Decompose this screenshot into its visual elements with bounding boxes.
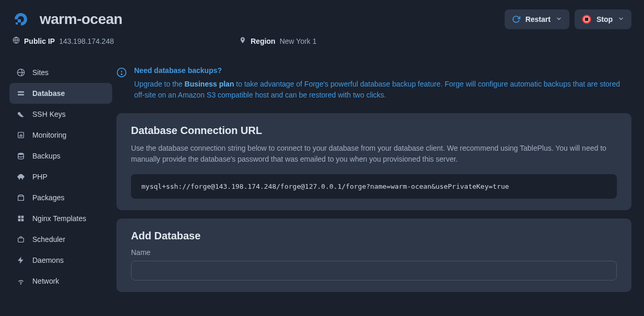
sidebar-item-scheduler[interactable]: Scheduler bbox=[9, 229, 112, 250]
svg-rect-0 bbox=[18, 19, 21, 22]
svg-point-21 bbox=[121, 74, 122, 75]
sidebar-item-label: Monitoring bbox=[32, 131, 66, 139]
bolt-icon bbox=[17, 256, 25, 264]
box-icon bbox=[17, 193, 25, 202]
db-name-input[interactable] bbox=[131, 261, 617, 281]
sidebar-item-label: SSH Keys bbox=[32, 110, 66, 118]
db-name-label: Name bbox=[131, 248, 617, 257]
sidebar-item-label: Sites bbox=[32, 68, 49, 77]
sidebar-item-label: PHP bbox=[32, 173, 47, 181]
region-value: New York 1 bbox=[280, 37, 317, 45]
svg-point-12 bbox=[18, 153, 24, 155]
chart-icon bbox=[17, 131, 25, 139]
connection-card-description: Use the database connection string below… bbox=[131, 143, 617, 165]
connection-url-card: Database Connection URL Use the database… bbox=[116, 113, 631, 210]
wifi-icon bbox=[17, 277, 25, 285]
stop-button[interactable]: Stop bbox=[575, 9, 631, 29]
svg-rect-7 bbox=[18, 94, 24, 95]
svg-rect-10 bbox=[20, 134, 21, 137]
key-icon bbox=[17, 110, 25, 118]
sidebar: Sites Database SSH Keys Monitoring Backu… bbox=[0, 56, 112, 300]
connection-string[interactable]: mysql+ssh://forge@143.198.174.248/forge@… bbox=[131, 174, 617, 199]
globe-icon bbox=[17, 68, 25, 77]
server-name: warm-ocean bbox=[40, 11, 122, 28]
business-plan-link[interactable]: Business plan bbox=[185, 80, 234, 88]
sidebar-item-packages[interactable]: Packages bbox=[9, 187, 112, 208]
connection-card-title: Database Connection URL bbox=[131, 125, 617, 137]
sidebar-item-label: Nginx Templates bbox=[32, 214, 86, 223]
svg-rect-13 bbox=[18, 216, 21, 218]
svg-rect-15 bbox=[18, 219, 21, 222]
banner-text-prefix: Upgrade to the bbox=[134, 80, 185, 88]
public-ip-label: Public IP bbox=[24, 37, 55, 45]
chevron-down-icon bbox=[556, 15, 562, 23]
chevron-down-icon bbox=[618, 15, 624, 23]
public-ip-value: 143.198.174.248 bbox=[59, 37, 114, 45]
sidebar-item-label: Backups bbox=[32, 152, 61, 160]
banner-title: Need database backups? bbox=[134, 66, 631, 75]
banner-text: Upgrade to the Business plan to take adv… bbox=[134, 79, 631, 101]
globe-icon bbox=[13, 37, 20, 45]
refresh-icon bbox=[512, 15, 520, 23]
sidebar-item-monitoring[interactable]: Monitoring bbox=[9, 125, 112, 145]
svg-rect-9 bbox=[19, 135, 20, 137]
sidebar-item-sites[interactable]: Sites bbox=[9, 62, 112, 83]
backup-upsell-banner: Need database backups? Upgrade to the Bu… bbox=[116, 66, 631, 101]
svg-rect-16 bbox=[21, 219, 24, 222]
stop-label: Stop bbox=[597, 15, 613, 23]
sidebar-item-label: Scheduler bbox=[32, 235, 65, 244]
info-icon bbox=[116, 67, 127, 101]
svg-rect-11 bbox=[21, 135, 22, 137]
add-db-title: Add Database bbox=[131, 230, 617, 242]
svg-rect-14 bbox=[21, 216, 24, 218]
pin-icon bbox=[239, 37, 246, 45]
public-ip-meta: Public IP 143.198.174.248 bbox=[13, 37, 114, 45]
sidebar-item-label: Database bbox=[32, 89, 65, 98]
sidebar-item-label: Network bbox=[32, 277, 59, 285]
stop-icon bbox=[582, 15, 591, 24]
svg-rect-17 bbox=[18, 238, 24, 242]
restart-button[interactable]: Restart bbox=[505, 9, 569, 29]
svg-rect-1 bbox=[16, 22, 18, 25]
sidebar-item-php[interactable]: PHP bbox=[9, 166, 112, 187]
sidebar-item-database[interactable]: Database bbox=[9, 83, 112, 104]
template-icon bbox=[17, 214, 25, 223]
region-label: Region bbox=[251, 37, 275, 45]
sidebar-item-backups[interactable]: Backups bbox=[9, 145, 112, 166]
svg-rect-6 bbox=[18, 91, 24, 93]
restart-label: Restart bbox=[526, 15, 551, 23]
sidebar-item-label: Packages bbox=[32, 193, 64, 202]
region-meta: Region New York 1 bbox=[239, 37, 316, 45]
svg-point-18 bbox=[20, 284, 21, 284]
sidebar-item-label: Daemons bbox=[32, 256, 64, 264]
add-database-card: Add Database Name bbox=[116, 218, 631, 292]
provider-logo bbox=[13, 11, 29, 28]
sidebar-item-ssh-keys[interactable]: SSH Keys bbox=[9, 104, 112, 125]
briefcase-icon bbox=[17, 235, 25, 244]
sidebar-item-nginx-templates[interactable]: Nginx Templates bbox=[9, 208, 112, 229]
database-icon bbox=[17, 89, 25, 98]
elephant-icon bbox=[17, 173, 25, 181]
stack-icon bbox=[17, 152, 25, 160]
sidebar-item-network[interactable]: Network bbox=[9, 271, 112, 291]
sidebar-item-daemons[interactable]: Daemons bbox=[9, 250, 112, 271]
